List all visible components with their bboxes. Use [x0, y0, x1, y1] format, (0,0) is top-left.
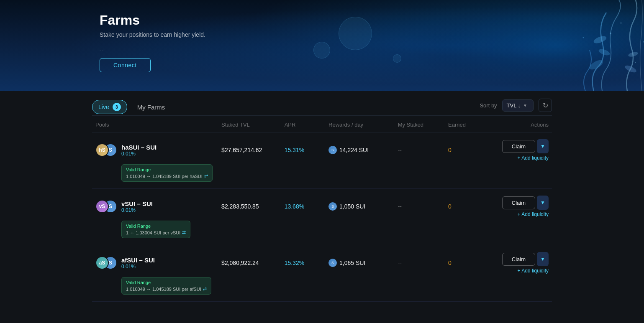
token-icon-1-hasui-sui: hS	[95, 143, 109, 157]
pool-fee-hasui-sui: 0.01%	[121, 151, 215, 157]
table-header: Pools Staked TVL APR Rewards / day My St…	[92, 116, 552, 132]
add-liquidity-link-afsui-sui[interactable]: + Add liquidity	[518, 268, 549, 274]
earned-vsui-sui: 0	[445, 203, 489, 210]
refresh-button[interactable]: ↻	[539, 99, 552, 112]
staked-tvl-vsui-sui: $2,283,550.85	[218, 203, 281, 210]
earned-afsui-sui: 0	[445, 259, 489, 266]
apr-hasui-sui[interactable]: 15.31%	[281, 147, 325, 153]
valid-range-badge-hasui-sui: Valid Range 1.010049 ↔ 1.045189 SUI per …	[121, 164, 213, 182]
valid-range-label-vsui-sui: Valid Range	[126, 224, 186, 229]
hero-section: Farms Stake your positions to earn highe…	[0, 0, 644, 91]
chevron-down-icon: ▼	[540, 200, 545, 206]
apr-vsui-sui[interactable]: 13.68%	[281, 203, 325, 210]
claim-button-afsui-sui[interactable]: Claim	[502, 253, 535, 266]
tab-live[interactable]: Live 3	[92, 100, 127, 114]
swap-icon-vsui-sui[interactable]: ⇄	[182, 230, 186, 235]
pool-fee-afsui-sui: 0.01%	[121, 264, 215, 270]
rewards-hasui-sui: S 14,224 SUI	[325, 146, 395, 154]
sort-area: Sort by TVL ↓ ▼ ↻	[480, 99, 552, 115]
live-count-badge: 3	[113, 103, 121, 111]
staked-tvl-afsui-sui: $2,080,922.24	[218, 259, 281, 266]
reward-icon-afsui-sui: S	[328, 259, 337, 267]
action-row-afsui-sui: Claim ▼	[502, 252, 549, 266]
pool-info-vsui-sui: vS S vSUI – SUI 0.01%	[92, 199, 218, 214]
farm-row-afsui-sui: aS S afSUI – SUI 0.01% $2,080,922.24 15.…	[92, 245, 552, 302]
tab-bar: Live 3 My Farms Sort by TVL ↓ ▼ ↻	[92, 91, 552, 116]
valid-range-label-hasui-sui: Valid Range	[126, 167, 208, 172]
col-my-staked: My Staked	[395, 122, 445, 128]
my-staked-afsui-sui: --	[395, 259, 445, 266]
action-row-hasui-sui: Claim ▼	[502, 139, 549, 153]
pool-info-hasui-sui: hS S haSUI – SUI 0.01%	[92, 142, 218, 158]
actions-hasui-sui: Claim ▼ + Add liquidity	[489, 139, 552, 161]
actions-vsui-sui: Claim ▼ + Add liquidity	[489, 196, 552, 217]
col-staked-tvl: Staked TVL	[218, 122, 281, 128]
rewards-afsui-sui: S 1,065 SUI	[325, 259, 395, 267]
swap-icon-afsui-sui[interactable]: ⇄	[203, 286, 207, 292]
token-icons-afsui-sui: aS S	[95, 255, 117, 270]
refresh-icon: ↻	[543, 102, 548, 109]
claim-button-hasui-sui[interactable]: Claim	[502, 140, 535, 153]
token-icon-1-vsui-sui: vS	[95, 200, 109, 213]
token-icons-hasui-sui: hS S	[95, 142, 117, 158]
sort-label: Sort by	[480, 102, 497, 109]
actions-afsui-sui: Claim ▼ + Add liquidity	[489, 252, 552, 274]
tab-my-farms[interactable]: My Farms	[137, 101, 165, 113]
col-actions: Actions	[489, 122, 552, 128]
page-subtitle: Stake your positions to earn higher yiel…	[100, 31, 644, 38]
pool-name-vsui-sui: vSUI – SUI	[121, 200, 215, 207]
earned-hasui-sui: 0	[445, 147, 489, 153]
token-icon-1-afsui-sui: aS	[95, 256, 109, 270]
swap-icon-hasui-sui[interactable]: ⇄	[204, 173, 208, 179]
col-rewards-day: Rewards / day	[325, 122, 395, 128]
add-liquidity-link-vsui-sui[interactable]: + Add liquidity	[518, 211, 549, 217]
pool-name-hasui-sui: haSUI – SUI	[121, 144, 215, 151]
farm-row-vsui-sui: vS S vSUI – SUI 0.01% $2,283,550.85 13.6…	[92, 189, 552, 245]
pool-name-info-hasui-sui: haSUI – SUI 0.01%	[121, 144, 215, 157]
token-icons-vsui-sui: vS S	[95, 199, 117, 214]
add-liquidity-link-hasui-sui[interactable]: + Add liquidity	[518, 155, 549, 161]
rewards-vsui-sui: S 1,050 SUI	[325, 202, 395, 211]
reward-value-afsui-sui: 1,065 SUI	[339, 259, 365, 266]
valid-range-section-vsui-sui: Valid Range 1 ↔ 1.03004 SUI per vSUI ⇄	[92, 217, 552, 238]
chevron-down-icon: ▼	[523, 103, 527, 108]
valid-range-section-hasui-sui: Valid Range 1.010049 ↔ 1.045189 SUI per …	[92, 161, 552, 182]
reward-value-vsui-sui: 1,050 SUI	[339, 203, 365, 210]
pool-fee-vsui-sui: 0.01%	[121, 207, 215, 213]
pool-name-afsui-sui: afSUI – SUI	[121, 257, 215, 264]
my-staked-hasui-sui: --	[395, 147, 445, 153]
reward-icon-hasui-sui: S	[328, 146, 337, 154]
my-staked-vsui-sui: --	[395, 203, 445, 210]
reward-icon-vsui-sui: S	[328, 202, 337, 211]
valid-range-value-afsui-sui: 1.010049 ↔ 1.045189 SUI per afSUI ⇄	[126, 286, 207, 292]
valid-range-value-vsui-sui: 1 ↔ 1.03004 SUI per vSUI ⇄	[126, 230, 186, 235]
valid-range-label-afsui-sui: Valid Range	[126, 280, 207, 285]
sort-select[interactable]: TVL ↓ ▼	[502, 99, 534, 112]
connect-button[interactable]: Connect	[100, 58, 151, 72]
pool-name-info-afsui-sui: afSUI – SUI 0.01%	[121, 257, 215, 270]
dropdown-button-hasui-sui[interactable]: ▼	[537, 139, 549, 153]
chevron-down-icon: ▼	[540, 256, 545, 262]
farms-list: hS S haSUI – SUI 0.01% $27,657,214.62 15…	[92, 132, 552, 302]
pool-name-info-vsui-sui: vSUI – SUI 0.01%	[121, 200, 215, 213]
action-row-vsui-sui: Claim ▼	[502, 196, 549, 210]
apr-afsui-sui[interactable]: 15.32%	[281, 259, 325, 266]
staked-tvl-hasui-sui: $27,657,214.62	[218, 147, 281, 153]
sort-value: TVL ↓	[507, 102, 521, 109]
farm-row-hasui-sui: hS S haSUI – SUI 0.01% $27,657,214.62 15…	[92, 132, 552, 189]
claim-button-vsui-sui[interactable]: Claim	[502, 196, 535, 209]
dropdown-button-afsui-sui[interactable]: ▼	[537, 252, 549, 266]
chevron-down-icon: ▼	[540, 143, 545, 149]
valid-range-value-hasui-sui: 1.010049 ↔ 1.045189 SUI per haSUI ⇄	[126, 173, 208, 179]
dropdown-button-vsui-sui[interactable]: ▼	[537, 196, 549, 210]
valid-range-badge-vsui-sui: Valid Range 1 ↔ 1.03004 SUI per vSUI ⇄	[121, 221, 190, 238]
col-earned: Earned	[445, 122, 489, 128]
tab-live-label: Live	[98, 104, 109, 110]
valid-range-section-afsui-sui: Valid Range 1.010049 ↔ 1.045189 SUI per …	[92, 274, 552, 295]
col-pools: Pools	[92, 122, 218, 128]
valid-range-badge-afsui-sui: Valid Range 1.010049 ↔ 1.045189 SUI per …	[121, 277, 211, 295]
page-title: Farms	[100, 13, 644, 28]
reward-value-hasui-sui: 14,224 SUI	[339, 147, 369, 153]
col-apr: APR	[281, 122, 325, 128]
main-content: Live 3 My Farms Sort by TVL ↓ ▼ ↻ Pools …	[0, 91, 644, 323]
